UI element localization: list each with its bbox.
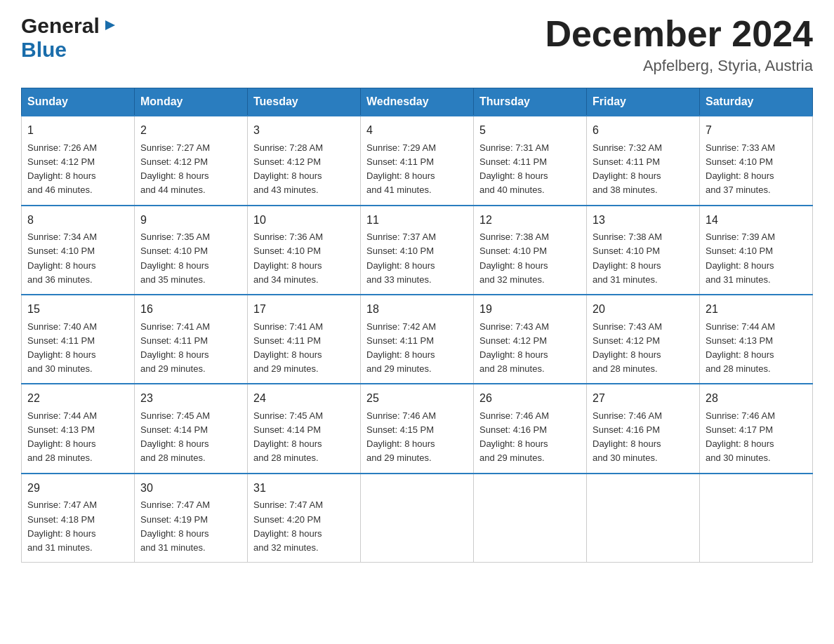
- day-number: 3: [253, 122, 355, 140]
- daylight-info: Daylight: 8 hours: [140, 349, 209, 360]
- sunrise-info: Sunrise: 7:37 AM: [366, 232, 436, 242]
- calendar-cell: 2 Sunrise: 7:27 AM Sunset: 4:12 PM Dayli…: [135, 116, 248, 205]
- logo-arrow-icon: [102, 18, 118, 36]
- daylight-info: Daylight: 8 hours: [27, 528, 96, 539]
- daylight-info-cont: and 40 minutes.: [479, 185, 545, 195]
- day-number: 4: [366, 122, 468, 140]
- daylight-info-cont: and 31 minutes.: [706, 274, 771, 285]
- calendar-cell: 13 Sunrise: 7:38 AM Sunset: 4:10 PM Dayl…: [587, 206, 700, 295]
- daylight-info-cont: and 29 minutes.: [253, 363, 319, 374]
- sunrise-info: Sunrise: 7:40 AM: [27, 321, 97, 332]
- day-number: 19: [479, 301, 581, 318]
- sunrise-info: Sunrise: 7:44 AM: [27, 410, 97, 421]
- day-number: 28: [706, 390, 807, 408]
- sunset-info: Sunset: 4:11 PM: [593, 156, 660, 167]
- week-row-3: 15 Sunrise: 7:40 AM Sunset: 4:11 PM Dayl…: [22, 295, 813, 384]
- sunrise-info: Sunrise: 7:36 AM: [253, 232, 323, 242]
- daylight-info: Daylight: 8 hours: [706, 170, 774, 181]
- day-number: 17: [253, 301, 355, 318]
- day-number: 25: [366, 390, 468, 408]
- weekday-header-saturday: Saturday: [700, 88, 813, 116]
- day-number: 10: [253, 212, 355, 229]
- calendar-cell: 20 Sunrise: 7:43 AM Sunset: 4:12 PM Dayl…: [587, 295, 700, 384]
- sunrise-info: Sunrise: 7:32 AM: [593, 142, 662, 153]
- calendar-table: SundayMondayTuesdayWednesdayThursdayFrid…: [21, 88, 813, 563]
- day-number: 12: [479, 212, 581, 229]
- daylight-info-cont: and 31 minutes.: [140, 542, 206, 553]
- daylight-info-cont: and 34 minutes.: [253, 274, 319, 285]
- daylight-info: Daylight: 8 hours: [27, 438, 96, 449]
- sunrise-info: Sunrise: 7:33 AM: [706, 142, 775, 153]
- sunset-info: Sunset: 4:10 PM: [706, 156, 773, 167]
- daylight-info: Daylight: 8 hours: [140, 170, 209, 181]
- daylight-info: Daylight: 8 hours: [27, 170, 96, 181]
- logo: General Blue: [21, 14, 118, 62]
- calendar-cell: 3 Sunrise: 7:28 AM Sunset: 4:12 PM Dayli…: [248, 116, 361, 205]
- daylight-info: Daylight: 8 hours: [366, 260, 435, 271]
- daylight-info-cont: and 36 minutes.: [27, 274, 93, 285]
- calendar-cell: 1 Sunrise: 7:26 AM Sunset: 4:12 PM Dayli…: [22, 116, 135, 205]
- sunset-info: Sunset: 4:16 PM: [479, 424, 547, 435]
- daylight-info: Daylight: 8 hours: [593, 170, 661, 181]
- sunset-info: Sunset: 4:10 PM: [27, 246, 95, 256]
- calendar-cell: 7 Sunrise: 7:33 AM Sunset: 4:10 PM Dayli…: [700, 116, 813, 205]
- daylight-info: Daylight: 8 hours: [140, 528, 209, 539]
- daylight-info-cont: and 28 minutes.: [27, 452, 93, 463]
- sunset-info: Sunset: 4:11 PM: [140, 335, 208, 346]
- week-row-4: 22 Sunrise: 7:44 AM Sunset: 4:13 PM Dayl…: [22, 384, 813, 473]
- day-number: 21: [706, 301, 807, 318]
- daylight-info: Daylight: 8 hours: [27, 260, 96, 271]
- calendar-cell: 5 Sunrise: 7:31 AM Sunset: 4:11 PM Dayli…: [474, 116, 587, 205]
- sunrise-info: Sunrise: 7:43 AM: [479, 321, 549, 332]
- sunset-info: Sunset: 4:11 PM: [366, 335, 434, 346]
- calendar-cell: 8 Sunrise: 7:34 AM Sunset: 4:10 PM Dayli…: [22, 206, 135, 295]
- daylight-info: Daylight: 8 hours: [253, 528, 322, 539]
- sunrise-info: Sunrise: 7:46 AM: [366, 410, 436, 421]
- week-row-1: 1 Sunrise: 7:26 AM Sunset: 4:12 PM Dayli…: [22, 116, 813, 205]
- sunset-info: Sunset: 4:12 PM: [593, 335, 660, 346]
- weekday-header-tuesday: Tuesday: [248, 88, 361, 116]
- day-number: 14: [706, 212, 807, 229]
- sunrise-info: Sunrise: 7:44 AM: [706, 321, 775, 332]
- calendar-cell: 27 Sunrise: 7:46 AM Sunset: 4:16 PM Dayl…: [587, 384, 700, 473]
- day-number: 23: [140, 390, 241, 408]
- daylight-info: Daylight: 8 hours: [140, 438, 209, 449]
- sunrise-info: Sunrise: 7:38 AM: [593, 232, 662, 242]
- daylight-info-cont: and 33 minutes.: [366, 274, 432, 285]
- sunset-info: Sunset: 4:11 PM: [479, 156, 547, 167]
- daylight-info: Daylight: 8 hours: [140, 260, 209, 271]
- sunrise-info: Sunrise: 7:47 AM: [27, 499, 97, 510]
- sunrise-info: Sunrise: 7:38 AM: [479, 232, 549, 242]
- sunrise-info: Sunrise: 7:41 AM: [253, 321, 323, 332]
- sunrise-info: Sunrise: 7:43 AM: [593, 321, 662, 332]
- sunset-info: Sunset: 4:10 PM: [479, 246, 547, 256]
- logo-general-text: General: [21, 14, 100, 38]
- day-number: 7: [706, 122, 807, 140]
- day-number: 26: [479, 390, 581, 408]
- sunrise-info: Sunrise: 7:41 AM: [140, 321, 210, 332]
- sunrise-info: Sunrise: 7:35 AM: [140, 232, 210, 242]
- sunset-info: Sunset: 4:14 PM: [253, 424, 321, 435]
- location-subtitle: Apfelberg, Styria, Austria: [545, 57, 813, 75]
- day-number: 18: [366, 301, 468, 318]
- daylight-info-cont: and 32 minutes.: [253, 542, 319, 553]
- daylight-info-cont: and 44 minutes.: [140, 185, 206, 195]
- weekday-header-row: SundayMondayTuesdayWednesdayThursdayFrid…: [22, 88, 813, 116]
- sunset-info: Sunset: 4:14 PM: [140, 424, 208, 435]
- daylight-info: Daylight: 8 hours: [706, 349, 774, 360]
- daylight-info: Daylight: 8 hours: [253, 170, 322, 181]
- day-number: 20: [593, 301, 694, 318]
- daylight-info: Daylight: 8 hours: [593, 349, 661, 360]
- weekday-header-monday: Monday: [135, 88, 248, 116]
- daylight-info-cont: and 30 minutes.: [593, 452, 658, 463]
- calendar-cell: [361, 474, 474, 563]
- calendar-cell: 11 Sunrise: 7:37 AM Sunset: 4:10 PM Dayl…: [361, 206, 474, 295]
- sunrise-info: Sunrise: 7:39 AM: [706, 232, 775, 242]
- calendar-cell: 22 Sunrise: 7:44 AM Sunset: 4:13 PM Dayl…: [22, 384, 135, 473]
- calendar-cell: 19 Sunrise: 7:43 AM Sunset: 4:12 PM Dayl…: [474, 295, 587, 384]
- sunset-info: Sunset: 4:15 PM: [366, 424, 434, 435]
- day-number: 15: [27, 301, 128, 318]
- calendar-cell: 24 Sunrise: 7:45 AM Sunset: 4:14 PM Dayl…: [248, 384, 361, 473]
- sunset-info: Sunset: 4:11 PM: [366, 156, 434, 167]
- sunset-info: Sunset: 4:18 PM: [27, 514, 95, 525]
